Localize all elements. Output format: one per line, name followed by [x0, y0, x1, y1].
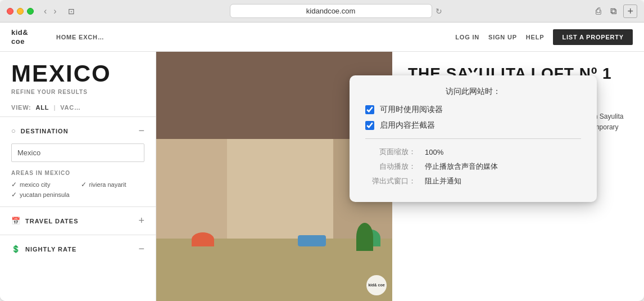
area-label: mexico city — [20, 181, 50, 188]
view-label: VIEW: — [11, 104, 31, 111]
view-sep: | — [53, 104, 56, 111]
popup-container[interactable]: 访问此网站时： 可用时使用阅读器 启用内容拦截器 页面缩放： 1 — [350, 75, 597, 202]
main-content: kid& coe THE SAYULITA LOFT Nº 1 Sayulita… — [156, 52, 644, 301]
popup-zoom-row: 页面缩放： 100% — [365, 147, 581, 157]
forward-button[interactable]: › — [51, 5, 58, 17]
dollar-icon: 💲 — [11, 245, 21, 253]
furniture-chair — [192, 232, 214, 246]
travel-dates-filter-header[interactable]: 📅 TRAVEL DATES + — [11, 215, 144, 227]
area-label: riviera nayarit — [89, 181, 126, 188]
area-label: yucatan peninsula — [20, 191, 70, 198]
zoom-value: 100% — [425, 148, 443, 156]
room-middle — [227, 139, 333, 239]
nav-link-home-exchange[interactable]: HOME EXCH… — [56, 34, 105, 41]
close-button[interactable] — [7, 8, 13, 15]
page-title: MEXICO — [11, 62, 144, 86]
areas-grid: ✓ mexico city ✓ riviera nayarit ✓ yucata… — [11, 181, 144, 199]
back-button[interactable]: ‹ — [42, 5, 49, 17]
popup-autoplay-row: 自动播放： 停止播放含声音的媒体 — [365, 161, 581, 172]
plant-decor — [356, 223, 373, 251]
nav-signup[interactable]: SIGN UP — [488, 34, 517, 41]
add-tab-button[interactable]: + — [623, 5, 637, 18]
page-title-area: MEXICO REFINE YOUR RESULTS — [0, 52, 156, 104]
zoom-label: 页面缩放： — [365, 147, 416, 157]
areas-label: AREAS IN MEXICO — [11, 170, 144, 176]
site-nav: kid& coe HOME EXCH… LOG IN SIGN UP HELP … — [0, 23, 644, 52]
check-icon: ✓ — [81, 181, 87, 188]
popup-separator — [365, 138, 581, 139]
nav-help[interactable]: HELP — [526, 34, 545, 41]
nightly-rate-filter: 💲 NIGHTLY RATE − — [0, 235, 156, 263]
destination-input[interactable] — [11, 143, 144, 162]
destination-toggle[interactable]: − — [138, 125, 144, 137]
maximize-button[interactable] — [27, 8, 34, 15]
nightly-rate-filter-title: 💲 NIGHTLY RATE — [11, 245, 76, 253]
room-wall-left — [156, 139, 227, 239]
site-logo: kid& coe — [11, 28, 39, 46]
popup-window-label: 弹出式窗口： — [365, 176, 416, 186]
area-item-mexico-city[interactable]: ✓ mexico city — [11, 181, 75, 188]
nav-links: HOME EXCH… — [56, 34, 455, 41]
check-icon: ✓ — [11, 191, 17, 199]
destination-filter: ○ DESTINATION − AREAS IN MEXICO ✓ mexico… — [0, 116, 156, 206]
area-item-riviera[interactable]: ✓ riviera nayarit — [81, 181, 145, 188]
travel-dates-toggle[interactable]: + — [138, 215, 144, 227]
sidebar-toggle-button[interactable]: ⊡ — [65, 6, 78, 17]
address-bar-container: kidandcoe.com ↻ — [83, 4, 589, 18]
popup-row-reader: 可用时使用阅读器 — [365, 105, 581, 115]
popup-window-value: 阻止并通知 — [425, 176, 461, 186]
popup-title: 访问此网站时： — [365, 87, 581, 97]
reload-button[interactable]: ↻ — [436, 7, 442, 16]
nightly-rate-filter-header[interactable]: 💲 NIGHTLY RATE − — [11, 243, 144, 255]
traffic-lights — [7, 8, 34, 15]
destination-icon: ○ — [11, 127, 16, 135]
check-icon: ✓ — [11, 181, 17, 188]
calendar-icon: 📅 — [11, 217, 21, 225]
list-property-button[interactable]: LIST A PROPERTY — [553, 29, 633, 45]
content-blocker-label: 启用内容拦截器 — [380, 120, 435, 131]
browser-window: ‹ › ⊡ kidandcoe.com ↻ ⎙ ⧉ + kid& coe HOM… — [0, 0, 644, 301]
titlebar-actions: ⎙ ⧉ + — [593, 5, 637, 18]
sidebar: MEXICO REFINE YOUR RESULTS VIEW: ALL | V… — [0, 52, 156, 301]
property-image-logo: kid& coe — [366, 275, 387, 295]
travel-dates-filter: 📅 TRAVEL DATES + — [0, 206, 156, 235]
area-item-yucatan[interactable]: ✓ yucatan peninsula — [11, 191, 75, 199]
furniture-table — [298, 235, 326, 246]
destination-filter-header[interactable]: ○ DESTINATION − — [11, 125, 144, 137]
popup-popup-row: 弹出式窗口： 阻止并通知 — [365, 176, 581, 186]
travel-dates-filter-title: 📅 TRAVEL DATES — [11, 217, 79, 225]
share-button[interactable]: ⎙ — [593, 5, 604, 17]
reader-label: 可用时使用阅读器 — [380, 105, 443, 115]
reader-checkbox[interactable] — [365, 105, 374, 114]
destination-filter-title: ○ DESTINATION — [11, 127, 69, 135]
nightly-rate-toggle[interactable]: − — [138, 243, 144, 255]
autoplay-label: 自动播放： — [365, 161, 416, 172]
nav-right: LOG IN SIGN UP HELP LIST A PROPERTY — [455, 29, 633, 45]
view-bar: VIEW: ALL | VAC… — [0, 104, 156, 116]
new-tab-button[interactable]: ⧉ — [608, 5, 619, 17]
nav-buttons: ‹ › — [42, 5, 59, 17]
nav-login[interactable]: LOG IN — [455, 34, 479, 41]
popup-row-blocker: 启用内容拦截器 — [365, 120, 581, 131]
view-all[interactable]: ALL — [36, 104, 49, 111]
main-layout: MEXICO REFINE YOUR RESULTS VIEW: ALL | V… — [0, 52, 644, 301]
minimize-button[interactable] — [17, 8, 24, 15]
view-vac[interactable]: VAC… — [60, 104, 81, 111]
titlebar: ‹ › ⊡ kidandcoe.com ↻ ⎙ ⧉ + — [0, 0, 644, 23]
address-bar[interactable]: kidandcoe.com — [230, 4, 432, 18]
autoplay-value: 停止播放含声音的媒体 — [425, 161, 498, 172]
content-blocker-checkbox[interactable] — [365, 121, 374, 130]
page-content: kid& coe HOME EXCH… LOG IN SIGN UP HELP … — [0, 23, 644, 301]
refine-label: REFINE YOUR RESULTS — [11, 89, 144, 95]
